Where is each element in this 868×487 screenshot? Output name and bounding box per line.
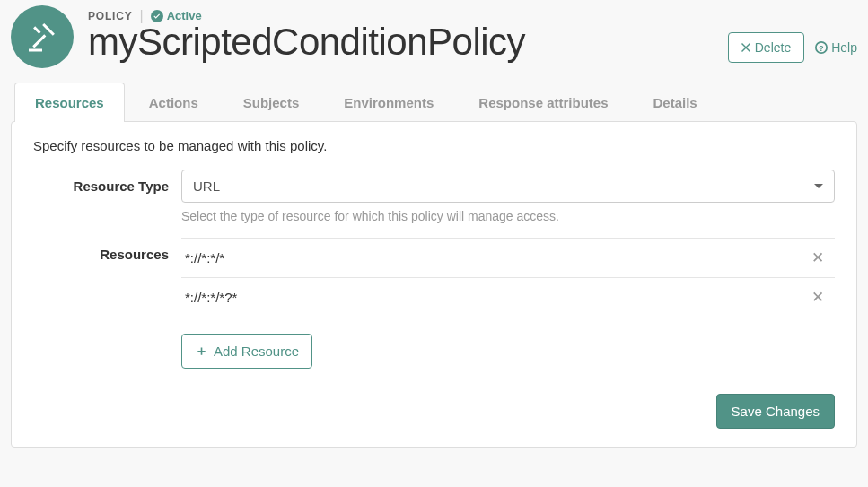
chevron-down-icon [814, 184, 823, 193]
resource-type-value: URL [193, 178, 220, 194]
help-label: Help [831, 40, 857, 55]
close-icon: ✕ [811, 289, 824, 306]
tab-bar: Resources Actions Subjects Environments … [11, 83, 857, 121]
resource-type-label: Resource Type [33, 170, 181, 230]
tab-actions[interactable]: Actions [128, 83, 219, 122]
close-icon [741, 43, 750, 52]
header-text: POLICY | Active myScriptedConditionPolic… [88, 5, 728, 64]
tab-resources[interactable]: Resources [14, 83, 125, 122]
tab-details[interactable]: Details [633, 83, 718, 122]
help-link[interactable]: ? Help [815, 40, 857, 55]
close-icon: ✕ [811, 249, 824, 266]
eyebrow-separator: | [139, 11, 143, 22]
plus-icon: ＋ [195, 343, 208, 360]
resource-type-help: Select the type of resource for which th… [181, 209, 835, 223]
resource-item: *://*:*/*?* ✕ [181, 277, 835, 317]
add-resource-button[interactable]: ＋ Add Resource [181, 334, 312, 369]
add-resource-label: Add Resource [214, 344, 299, 359]
remove-resource-button[interactable]: ✕ [804, 288, 831, 307]
resource-type-field: URL Select the type of resource for whic… [181, 170, 835, 230]
delete-button[interactable]: Delete [728, 32, 804, 63]
resource-type-select[interactable]: URL [181, 170, 835, 203]
tab-response-attributes[interactable]: Response attributes [458, 83, 628, 122]
panel-intro: Specify resources to be managed with thi… [33, 138, 835, 153]
delete-label: Delete [755, 40, 791, 55]
header-actions: Delete ? Help [728, 5, 857, 63]
resources-row: Resources *://*:*/* ✕ *://*:*/*?* ✕ ＋ [33, 238, 835, 369]
remove-resource-button[interactable]: ✕ [804, 248, 831, 267]
resources-field: *://*:*/* ✕ *://*:*/*?* ✕ ＋ Add Resource [181, 238, 835, 369]
resource-pattern: *://*:*/*?* [185, 290, 237, 305]
resource-list: *://*:*/* ✕ *://*:*/*?* ✕ [181, 238, 835, 317]
page-header: POLICY | Active myScriptedConditionPolic… [11, 5, 857, 68]
svg-text:?: ? [820, 44, 824, 53]
tab-panel: Specify resources to be managed with thi… [11, 121, 857, 448]
gavel-icon [26, 21, 58, 53]
save-changes-button[interactable]: Save Changes [716, 394, 835, 429]
page-title: myScriptedConditionPolicy [88, 21, 728, 64]
resource-type-row: Resource Type URL Select the type of res… [33, 170, 835, 230]
tab-environments[interactable]: Environments [323, 83, 454, 122]
resource-item: *://*:*/* ✕ [181, 238, 835, 277]
panel-footer: Save Changes [33, 394, 835, 429]
resources-label: Resources [33, 238, 181, 369]
resource-pattern: *://*:*/* [185, 250, 224, 265]
tab-subjects[interactable]: Subjects [223, 83, 320, 122]
help-icon: ? [815, 41, 828, 54]
policy-avatar [11, 5, 74, 68]
